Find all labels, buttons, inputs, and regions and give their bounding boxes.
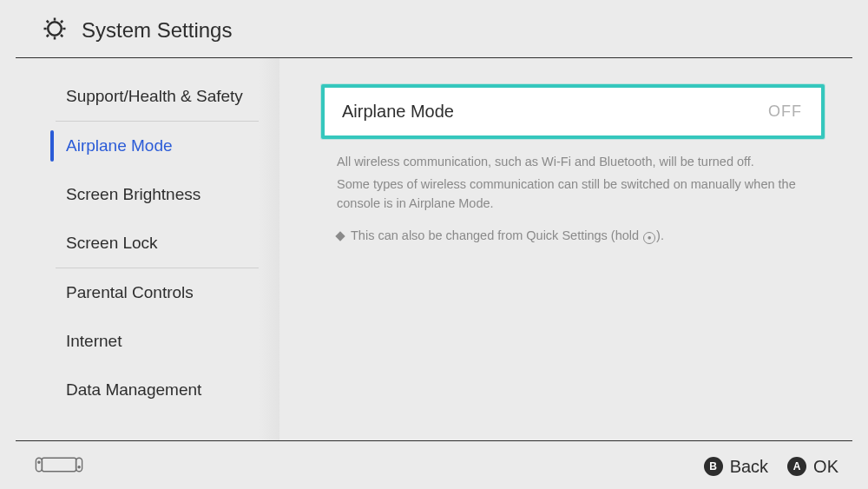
svg-point-12 [38,461,40,463]
setting-label: Airplane Mode [342,102,454,122]
svg-point-13 [78,466,80,468]
svg-point-0 [48,22,62,36]
note-text: This can also be changed from Quick Sett… [351,228,642,242]
ok-button[interactable]: A OK [787,457,838,477]
main: Support/Health & Safety Airplane Mode Sc… [0,58,868,440]
svg-line-7 [47,35,49,36]
content-pane: Airplane Mode OFF All wireless communica… [279,58,868,440]
diamond-icon [335,232,345,241]
sidebar-item-data-management[interactable]: Data Management [56,366,259,414]
note-text: ). [656,228,664,242]
sidebar-item-label: Data Management [66,380,201,399]
back-button[interactable]: B Back [704,457,768,477]
a-button-icon: A [787,457,806,476]
footer-actions: B Back A OK [704,457,838,477]
footer: B Back A OK [0,444,868,489]
b-button-icon: B [704,457,723,476]
sidebar-item-internet[interactable]: Internet [56,317,259,366]
sidebar-item-screen-brightness[interactable]: Screen Brightness [56,170,259,219]
sidebar-item-label: Airplane Mode [66,136,173,155]
setting-airplane-mode[interactable]: Airplane Mode OFF [321,84,825,139]
setting-note: This can also be changed from Quick Sett… [337,228,819,244]
svg-rect-11 [76,458,82,471]
sidebar: Support/Health & Safety Airplane Mode Sc… [21,58,279,440]
sidebar-item-support[interactable]: Support/Health & Safety [56,72,259,121]
setting-description: All wireless communication, such as Wi-F… [337,153,819,213]
controller-icon [35,455,83,478]
sidebar-item-parental-controls[interactable]: Parental Controls [56,268,259,317]
home-button-icon: ● [643,232,655,244]
setting-value: OFF [768,102,802,121]
header: System Settings [0,0,868,57]
sidebar-item-label: Screen Lock [66,234,158,252]
action-label: Back [730,457,768,477]
sidebar-item-label: Parental Controls [66,283,194,301]
sidebar-item-airplane-mode[interactable]: Airplane Mode [56,122,259,170]
svg-line-8 [61,21,62,23]
description-line: All wireless communication, such as Wi-F… [337,153,819,172]
page-title: System Settings [82,18,232,43]
svg-rect-10 [36,458,42,471]
description-line: Some types of wireless communication can… [337,175,819,214]
sidebar-item-label: Support/Health & Safety [66,87,243,105]
gear-icon [42,16,68,45]
sidebar-item-label: Screen Brightness [66,185,201,203]
sidebar-item-screen-lock[interactable]: Screen Lock [56,219,259,268]
action-label: OK [813,457,838,477]
footer-divider [16,440,852,441]
svg-rect-9 [42,458,76,471]
svg-line-6 [61,35,62,36]
sidebar-item-label: Internet [66,332,122,350]
svg-line-5 [47,21,49,23]
